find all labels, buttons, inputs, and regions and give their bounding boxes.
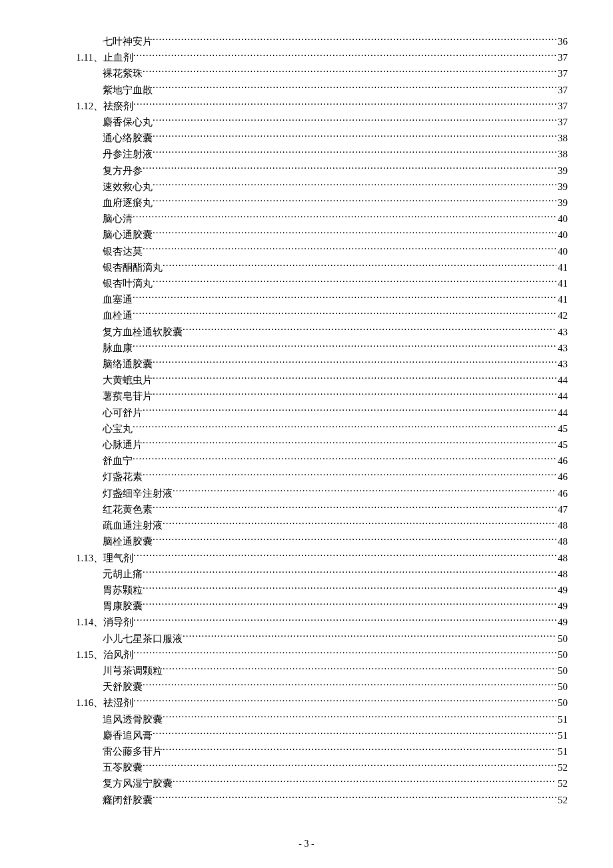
toc-entry-page: 52 (556, 775, 568, 791)
toc-entry-title: 脑心通胶囊 (103, 227, 153, 243)
toc-leader-dots (153, 35, 556, 45)
toc-leader-dots (153, 729, 556, 739)
toc-entry[interactable]: 银杏叶滴丸41 (45, 275, 568, 291)
toc-entry-page: 51 (556, 743, 568, 759)
toc-entry-page: 48 (556, 533, 568, 549)
toc-entry[interactable]: 薯蓣皂苷片44 (45, 388, 568, 404)
toc-entry[interactable]: 脑络通胶囊43 (45, 356, 568, 372)
toc-entry[interactable]: 灯盏细辛注射液46 (45, 485, 568, 501)
toc-entry-page: 48 (556, 566, 568, 582)
toc-entry-title: 血栓通 (103, 307, 133, 323)
toc-entry[interactable]: 追风透骨胶囊51 (45, 711, 568, 727)
toc-entry-title: 复方血栓通软胶囊 (103, 324, 183, 340)
toc-entry[interactable]: 血塞通41 (45, 291, 568, 307)
toc-entry[interactable]: 1.14、消导剂49 (45, 614, 568, 630)
toc-entry-page: 47 (556, 501, 568, 517)
toc-entry-title: 复方丹参 (103, 163, 143, 179)
toc-entry[interactable]: 川芎茶调颗粒50 (45, 663, 568, 679)
toc-leader-dots (133, 99, 556, 109)
toc-leader-dots (133, 615, 556, 625)
toc-entry-title: 麝香追风膏 (103, 727, 153, 743)
toc-entry[interactable]: 血府逐瘀丸39 (45, 195, 568, 211)
toc-entry-title: 大黄蟅虫片 (103, 372, 153, 388)
toc-entry[interactable]: 疏血通注射液48 (45, 517, 568, 533)
toc-entry-page: 42 (556, 307, 568, 323)
toc-entry[interactable]: 速效救心丸39 (45, 179, 568, 195)
toc-leader-dots (143, 583, 556, 593)
toc-entry-page: 50 (556, 647, 568, 663)
toc-entry-page: 37 (556, 49, 568, 65)
toc-entry-title: 脑络通胶囊 (103, 356, 153, 372)
toc-entry[interactable]: 舒血宁46 (45, 453, 568, 469)
toc-entry[interactable]: 复方丹参39 (45, 163, 568, 179)
toc-entry[interactable]: 元胡止痛48 (45, 566, 568, 582)
toc-entry[interactable]: 七叶神安片36 (45, 33, 568, 49)
toc-leader-dots (143, 567, 556, 577)
toc-entry-page: 46 (556, 453, 568, 469)
toc-entry-page: 43 (556, 340, 568, 356)
toc-entry-title: 灯盏细辛注射液 (103, 485, 173, 501)
toc-entry-title: 薯蓣皂苷片 (103, 388, 153, 404)
toc-entry[interactable]: 裸花紫珠37 (45, 65, 568, 81)
toc-entry[interactable]: 胃康胶囊49 (45, 598, 568, 614)
toc-entry[interactable]: 通心络胶囊38 (45, 130, 568, 146)
toc-entry-title: 1.15、治风剂 (76, 647, 133, 663)
toc-entry[interactable]: 麝香保心丸37 (45, 114, 568, 130)
toc-entry-title: 追风透骨胶囊 (103, 711, 163, 727)
toc-entry[interactable]: 1.15、治风剂50 (45, 647, 568, 663)
toc-entry-page: 44 (556, 388, 568, 404)
toc-leader-dots (133, 648, 556, 658)
toc-entry-page: 50 (556, 679, 568, 695)
toc-entry[interactable]: 雷公藤多苷片51 (45, 743, 568, 759)
toc-entry[interactable]: 血栓通42 (45, 307, 568, 323)
toc-entry[interactable]: 银杏达莫40 (45, 243, 568, 259)
toc-entry-page: 41 (556, 259, 568, 275)
toc-entry-page: 36 (556, 33, 568, 49)
toc-entry[interactable]: 1.16、祛湿剂50 (45, 695, 568, 711)
toc-entry[interactable]: 紫地宁血散37 (45, 82, 568, 98)
toc-entry[interactable]: 心宝丸45 (45, 421, 568, 437)
toc-entry-title: 通心络胶囊 (103, 130, 153, 146)
toc-leader-dots (153, 115, 556, 125)
toc-leader-dots (153, 131, 556, 141)
toc-entry[interactable]: 银杏酮酯滴丸41 (45, 259, 568, 275)
toc-leader-dots (133, 696, 556, 706)
table-of-contents: 七叶神安片361.11、止血剂37裸花紫珠37紫地宁血散371.12、祛瘀剂37… (45, 33, 568, 808)
toc-entry-page: 41 (556, 291, 568, 307)
toc-entry[interactable]: 癃闭舒胶囊52 (45, 792, 568, 808)
toc-entry[interactable]: 麝香追风膏51 (45, 727, 568, 743)
toc-entry-page: 38 (556, 130, 568, 146)
toc-entry[interactable]: 脉血康43 (45, 340, 568, 356)
toc-entry-page: 45 (556, 421, 568, 437)
toc-entry[interactable]: 天舒胶囊50 (45, 679, 568, 695)
toc-entry-title: 天舒胶囊 (103, 679, 143, 695)
toc-entry[interactable]: 脑心通胶囊40 (45, 227, 568, 243)
toc-leader-dots (163, 664, 556, 674)
toc-entry[interactable]: 五苓胶囊52 (45, 759, 568, 775)
toc-entry[interactable]: 灯盏花素46 (45, 469, 568, 485)
toc-leader-dots (143, 599, 556, 609)
toc-entry[interactable]: 胃苏颗粒49 (45, 582, 568, 598)
toc-leader-dots (183, 325, 556, 335)
toc-leader-dots (163, 519, 556, 529)
toc-entry[interactable]: 红花黄色素47 (45, 501, 568, 517)
toc-leader-dots (133, 51, 556, 61)
toc-entry[interactable]: 心脉通片45 (45, 437, 568, 453)
toc-entry-page: 49 (556, 614, 568, 630)
toc-entry-title: 血塞通 (103, 291, 133, 307)
toc-entry[interactable]: 复方风湿宁胶囊52 (45, 775, 568, 791)
toc-entry[interactable]: 1.11、止血剂37 (45, 49, 568, 65)
toc-entry[interactable]: 复方血栓通软胶囊43 (45, 324, 568, 340)
toc-entry[interactable]: 脑心清40 (45, 211, 568, 227)
toc-leader-dots (133, 454, 556, 464)
toc-entry-page: 46 (556, 485, 568, 501)
toc-entry[interactable]: 小儿七星茶口服液50 (45, 631, 568, 647)
toc-leader-dots (153, 180, 556, 190)
toc-entry[interactable]: 1.12、祛瘀剂37 (45, 98, 568, 114)
toc-entry[interactable]: 丹参注射液38 (45, 146, 568, 162)
toc-entry[interactable]: 大黄蟅虫片44 (45, 372, 568, 388)
toc-entry[interactable]: 1.13、理气剂48 (45, 550, 568, 566)
toc-entry[interactable]: 心可舒片44 (45, 405, 568, 421)
toc-entry[interactable]: 脑栓通胶囊48 (45, 533, 568, 549)
toc-entry-title: 1.16、祛湿剂 (76, 695, 133, 711)
